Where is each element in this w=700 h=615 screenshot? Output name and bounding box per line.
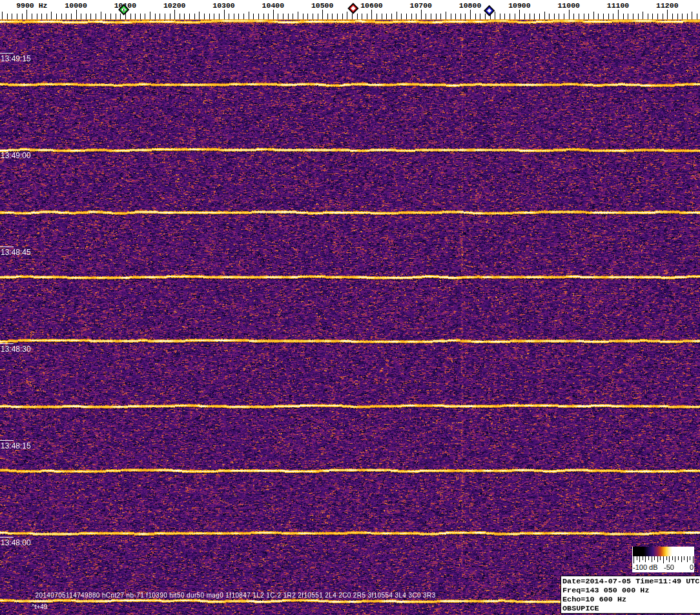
svg-text:10900: 10900 bbox=[508, 1, 531, 10]
svg-text:10300: 10300 bbox=[212, 1, 235, 10]
svg-text:9900 Hz: 9900 Hz bbox=[16, 1, 47, 10]
svg-text:11100: 11100 bbox=[607, 1, 630, 10]
svg-text:11000: 11000 bbox=[557, 1, 580, 10]
svg-text:10500: 10500 bbox=[311, 1, 334, 10]
svg-text:10200: 10200 bbox=[163, 1, 186, 10]
svg-text:10000: 10000 bbox=[65, 1, 87, 10]
svg-text:11200: 11200 bbox=[656, 1, 679, 10]
svg-text:10400: 10400 bbox=[262, 1, 285, 10]
svg-text:10700: 10700 bbox=[410, 1, 433, 10]
svg-text:10800: 10800 bbox=[459, 1, 482, 10]
svg-text:10600: 10600 bbox=[360, 1, 383, 10]
